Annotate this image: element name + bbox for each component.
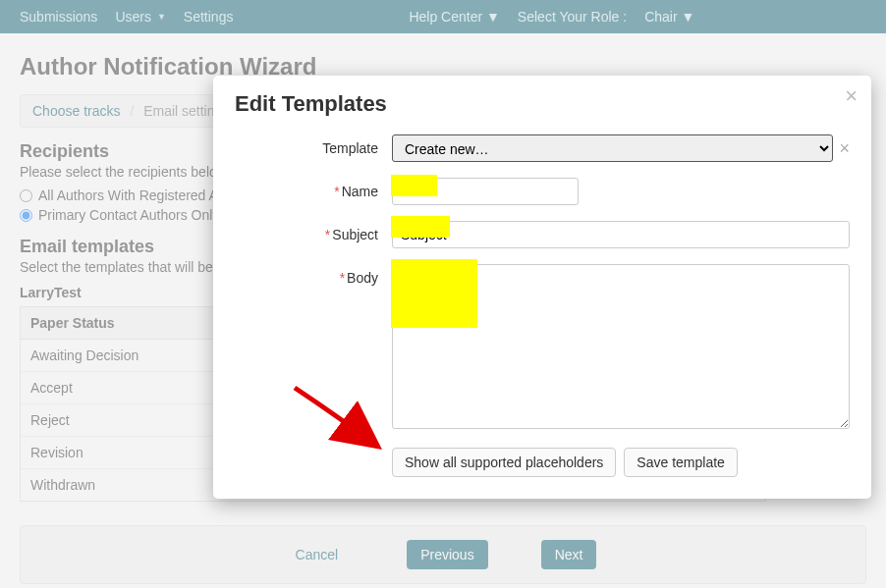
subject-input[interactable] — [392, 221, 850, 248]
name-input[interactable] — [392, 178, 579, 205]
body-textarea[interactable] — [392, 264, 850, 429]
save-template-button[interactable]: Save template — [624, 448, 738, 477]
subject-label-text: Subject — [332, 227, 378, 242]
template-select[interactable]: Create new… — [392, 134, 833, 162]
name-label-text: Name — [342, 184, 378, 199]
edit-templates-modal: × Edit Templates Template Create new… × … — [213, 76, 871, 499]
subject-label: *Subject — [235, 221, 392, 242]
template-label: Template — [235, 134, 392, 156]
body-label-text: Body — [347, 270, 378, 286]
delete-template-icon[interactable]: × — [839, 138, 850, 159]
modal-title: Edit Templates — [235, 91, 850, 117]
show-placeholders-button[interactable]: Show all supported placeholders — [392, 448, 616, 477]
body-label: *Body — [235, 264, 392, 286]
name-label: *Name — [235, 178, 392, 199]
close-icon[interactable]: × — [845, 85, 858, 107]
